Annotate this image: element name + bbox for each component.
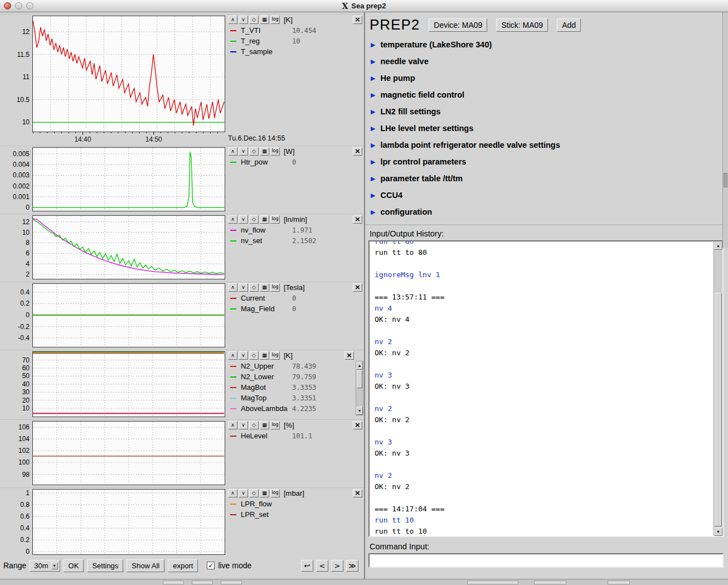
close-window-button[interactable]	[4, 2, 11, 9]
export-button[interactable]: export	[168, 559, 198, 572]
expand-triangle-icon[interactable]: ▶	[371, 175, 375, 182]
prep2-item-configuration[interactable]: ▶configuration	[365, 204, 728, 220]
nav-end-button[interactable]: ≫	[346, 560, 358, 572]
io-history-terminal[interactable]: run tt 80run tt to 80 ignoreMsg lnv 1 ==…	[368, 240, 724, 537]
live-mode-checkbox[interactable]: ✓	[207, 562, 215, 569]
close-panel-button[interactable]: ×	[353, 421, 362, 429]
nav-return-button[interactable]: ↩	[301, 560, 313, 572]
grid-mode-button[interactable]: ▦	[260, 421, 269, 429]
log-scale-button[interactable]: log	[270, 283, 280, 292]
pan-down-button[interactable]: ∨	[239, 16, 248, 24]
prep2-item-ln2-fill-settings[interactable]: ▶LN2 fill settings	[365, 103, 728, 120]
autoscale-button[interactable]: ◇	[249, 283, 259, 292]
expand-triangle-icon[interactable]: ▶	[371, 41, 375, 49]
grid-mode-button[interactable]: ▦	[260, 489, 269, 497]
expand-triangle-icon[interactable]: ▶	[371, 125, 375, 132]
show-all-button[interactable]: Show All	[127, 559, 164, 572]
scrollbar-thumb[interactable]	[357, 370, 362, 388]
autoscale-button[interactable]: ◇	[249, 147, 259, 156]
plot-magnet[interactable]	[32, 283, 225, 348]
range-dropdown[interactable]: 30m ▾	[30, 560, 60, 572]
prep2-item-lhe-level-meter-settings[interactable]: ▶LHe level meter settings	[365, 120, 728, 137]
log-scale-button[interactable]: log	[270, 16, 280, 24]
close-panel-button[interactable]: ×	[353, 489, 362, 497]
pan-down-button[interactable]: ∨	[239, 489, 248, 497]
autoscale-button[interactable]: ◇	[249, 421, 259, 429]
plot-lpr[interactable]	[32, 489, 225, 555]
prep2-item-temperature-lakeshore-340[interactable]: ▶temperature (LakeShore 340)	[365, 36, 728, 53]
pan-up-button[interactable]: ∧	[228, 421, 237, 429]
pan-down-button[interactable]: ∨	[239, 283, 248, 292]
ok-button[interactable]: OK	[64, 559, 84, 572]
scrollbar-thumb[interactable]	[715, 293, 722, 526]
pan-up-button[interactable]: ∧	[228, 351, 237, 360]
prep2-item-parameter-table-tt-tm[interactable]: ▶parameter table /tt/tm	[365, 170, 728, 187]
prep2-scrollbar[interactable]	[722, 12, 728, 248]
grid-mode-button[interactable]: ▦	[260, 283, 269, 292]
pan-up-button[interactable]: ∧	[228, 147, 237, 156]
settings-button[interactable]: Settings	[87, 559, 123, 572]
log-scale-button[interactable]: log	[270, 215, 280, 224]
scroll-down-button[interactable]: ▼	[356, 407, 363, 415]
prep2-item-ccu4[interactable]: ▶CCU4	[365, 187, 728, 204]
close-panel-button[interactable]: ×	[353, 215, 362, 224]
stick-button[interactable]: Stick: MA09	[496, 18, 548, 32]
expand-triangle-icon[interactable]: ▶	[371, 75, 375, 82]
expand-triangle-icon[interactable]: ▶	[371, 142, 375, 149]
plot-heater-power[interactable]	[32, 147, 225, 212]
command-input[interactable]	[368, 553, 724, 568]
prep2-item-needle-valve[interactable]: ▶needle valve	[365, 53, 728, 70]
prep2-item-he-pump[interactable]: ▶He pump	[365, 70, 728, 86]
pan-down-button[interactable]: ∨	[239, 147, 248, 156]
nav-next-button[interactable]: >	[331, 560, 343, 572]
pan-up-button[interactable]: ∧	[228, 283, 237, 292]
close-panel-button[interactable]: ×	[353, 283, 362, 292]
pan-down-button[interactable]: ∨	[239, 351, 248, 360]
autoscale-button[interactable]: ◇	[249, 489, 259, 497]
prep2-item-magnetic-field-control[interactable]: ▶magnetic field control	[365, 86, 728, 103]
plot-temperature[interactable]: 14:4014:50	[32, 16, 225, 144]
pan-up-button[interactable]: ∧	[228, 215, 237, 224]
log-scale-button[interactable]: log	[270, 147, 280, 156]
log-scale-button[interactable]: log	[270, 351, 280, 360]
scroll-down-button[interactable]: ▼	[714, 528, 722, 536]
scroll-up-button[interactable]: ▲	[356, 361, 363, 370]
pan-up-button[interactable]: ∧	[228, 16, 237, 24]
pan-up-button[interactable]: ∧	[228, 489, 237, 497]
scrollbar-thumb[interactable]	[724, 173, 727, 187]
plot-needle-valve[interactable]	[32, 215, 225, 280]
grid-mode-button[interactable]: ▦	[260, 351, 269, 360]
io-history-scrollbar[interactable]: ▲ ▼	[714, 241, 722, 536]
grid-mode-button[interactable]: ▦	[260, 16, 269, 24]
titlebar[interactable]: X Sea prep2	[0, 0, 728, 12]
device-button[interactable]: Device: MA09	[429, 18, 487, 32]
expand-triangle-icon[interactable]: ▶	[371, 192, 375, 199]
legend-scrollbar[interactable]: ▲▼	[356, 361, 363, 415]
expand-triangle-icon[interactable]: ▶	[371, 91, 375, 99]
plot-cryostat-temps[interactable]	[32, 351, 225, 418]
log-scale-button[interactable]: log	[270, 489, 280, 497]
prep2-item-lpr-control-parameters[interactable]: ▶lpr control parameters	[365, 153, 728, 170]
add-button[interactable]: Add	[557, 18, 581, 32]
close-panel-button[interactable]: ×	[344, 351, 354, 360]
pan-down-button[interactable]: ∨	[239, 421, 248, 429]
expand-triangle-icon[interactable]: ▶	[371, 108, 375, 115]
expand-triangle-icon[interactable]: ▶	[371, 58, 375, 65]
expand-triangle-icon[interactable]: ▶	[371, 209, 375, 216]
expand-triangle-icon[interactable]: ▶	[371, 158, 375, 166]
scroll-up-button[interactable]: ▲	[714, 241, 722, 250]
grid-mode-button[interactable]: ▦	[260, 215, 269, 224]
minimize-window-button[interactable]	[15, 2, 22, 9]
log-scale-button[interactable]: log	[270, 421, 280, 429]
grid-mode-button[interactable]: ▦	[260, 147, 269, 156]
autoscale-button[interactable]: ◇	[249, 16, 259, 24]
close-panel-button[interactable]: ×	[353, 147, 362, 156]
plot-helium-level[interactable]	[32, 421, 225, 486]
nav-prev-button[interactable]: <	[316, 560, 328, 572]
zoom-window-button[interactable]	[26, 2, 33, 9]
pan-down-button[interactable]: ∨	[239, 215, 248, 224]
close-panel-button[interactable]: ×	[353, 16, 362, 24]
autoscale-button[interactable]: ◇	[249, 351, 259, 360]
dropdown-arrow-icon[interactable]: ▾	[51, 562, 58, 569]
autoscale-button[interactable]: ◇	[249, 215, 259, 224]
